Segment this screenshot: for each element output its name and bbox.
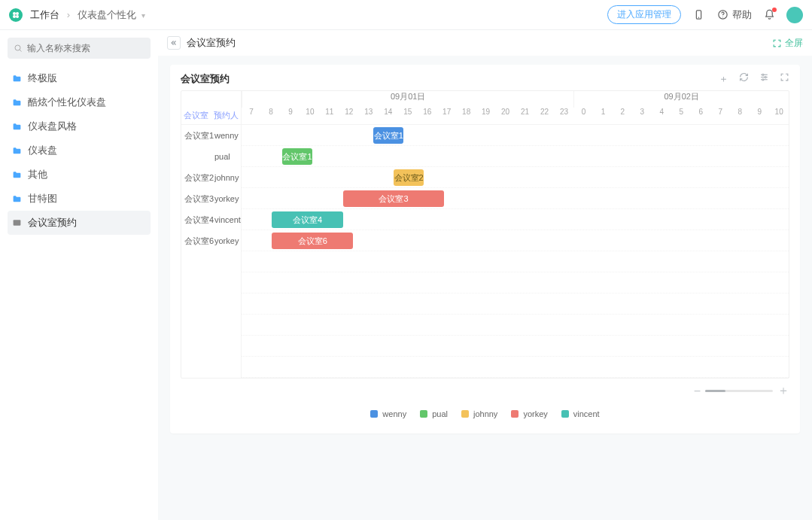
hour-label: 16 [418, 108, 437, 124]
breadcrumb[interactable]: 工作台 › 仪表盘个性化 ▾ [30, 8, 145, 22]
folder-icon [12, 194, 22, 204]
col-header-person: 预约人 [214, 110, 239, 121]
gantt-row-labels: 会议室 预约人 会议室1wennypual会议室2johnny会议室3yorke… [181, 91, 242, 378]
gantt-track[interactable]: 会议室6 [242, 230, 789, 251]
sidebar-item-label: 其他 [28, 168, 47, 181]
hour-label: 14 [379, 108, 398, 124]
svg-point-0 [13, 12, 16, 15]
gantt-track-empty[interactable] [242, 336, 789, 357]
legend-swatch [370, 410, 378, 418]
legend-swatch [461, 410, 469, 418]
refresh-icon[interactable] [739, 72, 749, 86]
sidebar-item-label: 仪表盘风格 [28, 120, 77, 133]
person-label: vincent [214, 215, 241, 224]
gantt-chart: 会议室 预约人 会议室1wennypual会议室2johnny会议室3yorke… [181, 90, 789, 379]
help-button[interactable]: 帮助 [716, 8, 752, 22]
sidebar-item-label: 会议室预约 [28, 216, 77, 230]
svg-point-2 [13, 15, 16, 18]
sidebar-item-1[interactable]: 酷炫个性化仪表盘 [8, 90, 151, 114]
avatar[interactable] [786, 7, 803, 23]
room-label: 会议室2 [184, 172, 214, 184]
sidebar-item-5[interactable]: 甘特图 [8, 187, 151, 211]
hour-label: 12 [339, 108, 359, 124]
gantt-track[interactable]: 会议室2 [242, 167, 789, 188]
gantt-track-empty[interactable] [242, 293, 789, 315]
gantt-row-label: 会议室2johnny [181, 167, 241, 188]
hour-label: 19 [476, 108, 496, 124]
svg-point-16 [762, 79, 764, 81]
expand-icon[interactable] [780, 72, 789, 86]
gantt-row-label: pual [181, 146, 241, 167]
room-label: 会议室1 [184, 130, 214, 141]
chevron-down-icon[interactable]: ▾ [141, 11, 145, 20]
person-label: wenny [214, 131, 241, 140]
gantt-track[interactable]: 会议室1 [242, 146, 789, 167]
hour-label: 13 [359, 108, 379, 124]
page-titlebar: 会议室预约 全屏 [158, 30, 812, 56]
svg-point-1 [16, 12, 19, 15]
main-area: 会议室预约 全屏 会议室预约 ＋ [158, 30, 812, 520]
gantt-row-label: 会议室3yorkey [181, 188, 241, 209]
fullscreen-label: 全屏 [785, 37, 803, 50]
sidebar-item-6[interactable]: 会议室预约 [8, 211, 151, 235]
legend-label: wenny [382, 409, 406, 418]
top-bar: 工作台 › 仪表盘个性化 ▾ 进入应用管理 帮助 [0, 0, 812, 30]
bell-icon[interactable] [762, 8, 776, 22]
svg-line-9 [20, 50, 21, 51]
gantt-bar[interactable]: 会议室1 [373, 127, 403, 144]
sidebar-item-label: 仪表盘 [28, 144, 57, 157]
folder-icon [12, 122, 22, 132]
hour-label: 17 [437, 108, 457, 124]
zoom-control[interactable]: − ＋ [181, 383, 789, 399]
breadcrumb-root[interactable]: 工作台 [30, 9, 59, 20]
hour-label: 8 [261, 108, 281, 124]
person-label: johnny [214, 173, 241, 182]
gantt-bar[interactable]: 会议室3 [343, 190, 445, 207]
hour-label: 23 [555, 108, 574, 124]
zoom-in-icon[interactable]: ＋ [777, 383, 789, 399]
legend-label: yorkey [523, 409, 547, 418]
gantt-bar[interactable]: 会议室1 [282, 148, 312, 165]
room-label: 会议室3 [184, 193, 214, 205]
gantt-track[interactable]: 会议室3 [242, 188, 789, 209]
gantt-track-empty[interactable] [242, 315, 789, 336]
search-input[interactable] [27, 43, 144, 53]
room-label: 会议室6 [184, 236, 214, 247]
gantt-bar[interactable]: 会议室2 [394, 169, 424, 186]
sidebar-item-4[interactable]: 其他 [8, 163, 151, 187]
sidebar-nav: 终极版酷炫个性化仪表盘仪表盘风格仪表盘其他甘特图会议室预约 [8, 66, 151, 235]
settings-icon[interactable] [759, 72, 769, 86]
svg-rect-10 [14, 220, 21, 226]
sidebar-item-3[interactable]: 仪表盘 [8, 138, 151, 163]
search-box[interactable] [8, 38, 151, 59]
gantt-track-empty[interactable] [242, 272, 789, 293]
gantt-track-empty[interactable] [242, 251, 789, 272]
hour-label: 2 [613, 108, 632, 124]
enter-app-admin-button[interactable]: 进入应用管理 [607, 5, 681, 24]
person-label: yorkey [214, 236, 241, 245]
notification-dot [772, 8, 777, 12]
sidebar-item-0[interactable]: 终极版 [8, 66, 151, 90]
fullscreen-button[interactable]: 全屏 [772, 37, 803, 50]
add-icon[interactable]: ＋ [719, 72, 728, 86]
sidebar-item-2[interactable]: 仪表盘风格 [8, 114, 151, 138]
zoom-slider[interactable] [705, 390, 773, 392]
help-label: 帮助 [732, 8, 752, 22]
gantt-bar[interactable]: 会议室6 [272, 233, 353, 249]
collapse-sidebar-button[interactable] [167, 36, 181, 50]
page-title: 会议室预约 [187, 36, 236, 50]
hour-label: 7 [710, 108, 730, 124]
hour-label: 10 [300, 108, 320, 124]
device-icon[interactable] [692, 8, 705, 22]
gantt-bar[interactable]: 会议室4 [272, 211, 342, 228]
legend-label: vincent [573, 409, 600, 418]
gantt-track-empty[interactable] [242, 357, 789, 378]
breadcrumb-sub[interactable]: 仪表盘个性化 [78, 9, 136, 20]
svg-point-8 [15, 45, 20, 50]
gantt-track[interactable]: 会议室1 [242, 125, 789, 146]
gantt-grid[interactable]: 09月01日09月02日 789101112131415161718192021… [242, 91, 789, 378]
legend: wennypualjohnnyyorkeyvincent [181, 409, 789, 418]
zoom-out-icon[interactable]: − [694, 385, 701, 398]
gantt-track[interactable]: 会议室4 [242, 209, 789, 230]
hour-label: 10 [769, 108, 789, 124]
